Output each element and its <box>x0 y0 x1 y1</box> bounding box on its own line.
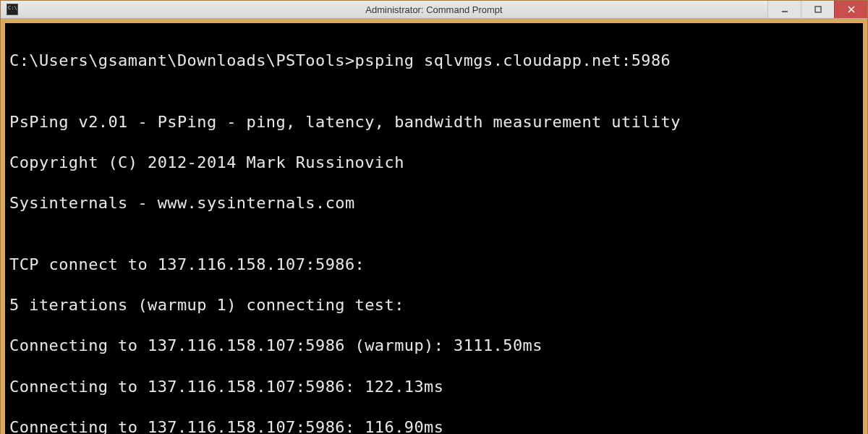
svg-rect-1 <box>815 7 821 12</box>
terminal-line: PsPing v2.01 - PsPing - ping, latency, b… <box>9 112 859 132</box>
terminal-line: Sysinternals - www.sysinternals.com <box>9 193 859 213</box>
window-controls <box>767 1 867 18</box>
minimize-button[interactable] <box>767 1 801 18</box>
terminal-border: C:\Users\gsamant\Downloads\PSTools>pspin… <box>1 19 867 434</box>
close-button[interactable] <box>834 1 867 18</box>
command: psping sqlvmgs.cloudapp.net:5986 <box>355 51 671 69</box>
window-title: Administrator: Command Prompt <box>365 4 502 15</box>
cmd-icon <box>7 4 18 15</box>
terminal-line: Connecting to 137.116.158.107:5986: 116.… <box>9 417 859 434</box>
close-icon <box>847 5 856 14</box>
terminal-line: Copyright (C) 2012-2014 Mark Russinovich <box>9 153 859 173</box>
command-prompt-window: Administrator: Command Prompt C:\Users <box>0 0 868 434</box>
titlebar[interactable]: Administrator: Command Prompt <box>1 1 867 19</box>
terminal[interactable]: C:\Users\gsamant\Downloads\PSTools>pspin… <box>5 23 863 434</box>
terminal-line: 5 iterations (warmup 1) connecting test: <box>9 295 859 315</box>
minimize-icon <box>781 6 788 13</box>
terminal-line: Connecting to 137.116.158.107:5986: 122.… <box>9 377 859 397</box>
terminal-line: Connecting to 137.116.158.107:5986 (warm… <box>9 336 859 356</box>
maximize-button[interactable] <box>801 1 834 18</box>
terminal-line: TCP connect to 137.116.158.107:5986: <box>9 255 859 275</box>
maximize-icon <box>814 6 822 13</box>
terminal-line: C:\Users\gsamant\Downloads\PSTools>pspin… <box>9 51 859 71</box>
prompt: C:\Users\gsamant\Downloads\PSTools> <box>9 51 355 69</box>
